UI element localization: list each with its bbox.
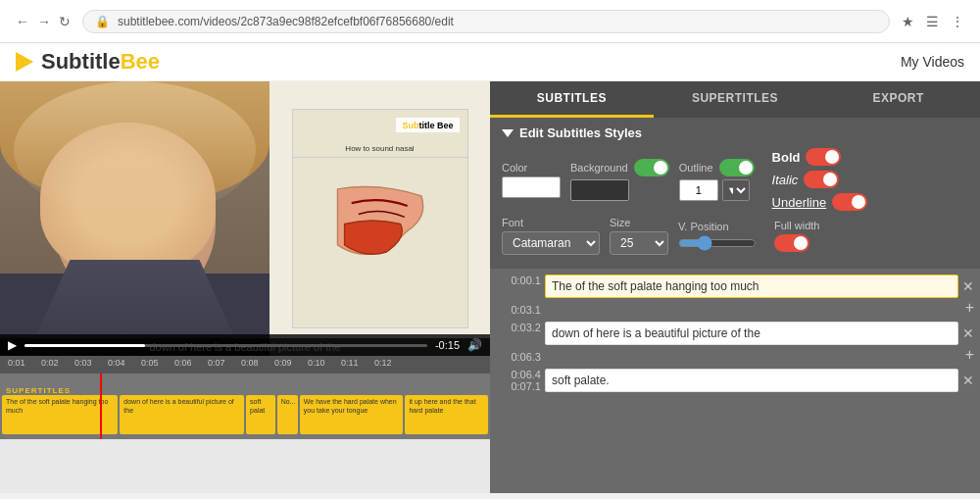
subtitle-row-1: 0:00.1 0:03.1 ✕ +: [496, 274, 974, 316]
video-diagram-panel: How to sound nasal Subtitle Bee: [270, 81, 490, 356]
subtitle-close-3[interactable]: ✕: [962, 374, 974, 387]
brand-name: SubtitleBee: [41, 49, 160, 75]
outline-value-input[interactable]: [679, 179, 718, 201]
subtitle-content-3: ✕: [545, 369, 974, 392]
subtitle-close-1[interactable]: ✕: [962, 279, 974, 293]
fullwidth-toggle[interactable]: [774, 234, 809, 252]
underline-toggle[interactable]: [832, 193, 867, 211]
refresh-button[interactable]: ↻: [59, 14, 71, 29]
brand-logo: SubtitleBee: [16, 49, 160, 75]
timeline-clip-2[interactable]: down of here is a beautiful picture of t…: [120, 395, 244, 434]
playhead: [100, 374, 102, 439]
subtitle-end-2: 0:06.3: [496, 351, 541, 363]
play-pause-button[interactable]: ▶: [8, 338, 17, 352]
clip-3-text: soft palat: [246, 395, 275, 434]
supertitles-track-label: SUPERTITLES: [6, 379, 71, 397]
lock-icon: 🔒: [95, 15, 110, 28]
background-label: Background: [570, 162, 628, 174]
style-row-1: Color Background Outline: [502, 148, 968, 211]
clip-4-text: No...: [277, 395, 298, 434]
section-title: Edit Subtitles Styles: [519, 125, 642, 140]
font-group: Font Catamaran: [502, 217, 600, 255]
outline-toggle[interactable]: [719, 159, 755, 176]
text-style-group: Bold Italic Underline: [772, 148, 868, 211]
timeline-clip-4[interactable]: No...: [277, 395, 298, 434]
outline-style-select[interactable]: ▼: [722, 179, 750, 201]
tick-10: 0:10: [308, 358, 325, 368]
tick-1: 0:01: [8, 358, 25, 368]
timeline-ruler: 0:01 0:02 0:03 0:04 0:05 0:06 0:07 0:08 …: [0, 356, 490, 374]
back-button[interactable]: ←: [16, 14, 29, 29]
address-bar[interactable]: 🔒 subtitlebee.com/videos/2c873a9ec98f82e…: [82, 10, 890, 33]
main-content: How to sound nasal Subtitle Bee: [0, 81, 980, 493]
progress-fill: [24, 344, 145, 347]
size-label: Size: [610, 217, 668, 228]
color-picker[interactable]: [502, 176, 561, 198]
color-group: Color: [502, 162, 561, 198]
timeline-clip-3[interactable]: soft palat: [246, 395, 275, 434]
timeline: 0:01 0:02 0:03 0:04 0:05 0:06 0:07 0:08 …: [0, 356, 490, 439]
timeline-clip-6[interactable]: it up here and the that hard palate: [405, 395, 488, 434]
bee-logo-overlay: Subtitle Bee: [396, 118, 459, 132]
right-panel: SUBTITLES SUPERTITLES EXPORT Edit Subtit…: [490, 81, 980, 493]
time-display: -0:15: [435, 339, 460, 351]
vpos-slider[interactable]: [678, 235, 757, 251]
tick-2: 0:02: [41, 358, 59, 368]
fullwidth-group: Full width: [774, 220, 819, 252]
menu-icon: ⋮: [951, 14, 964, 29]
bold-button[interactable]: Bold: [772, 150, 801, 165]
subtitle-start-2: 0:03.2: [496, 322, 541, 333]
extension-icon: ☰: [926, 14, 939, 29]
tab-subtitles[interactable]: SUBTITLES: [490, 81, 654, 118]
timeline-clip-5[interactable]: We have the hard palate when you take yo…: [300, 395, 404, 434]
timeline-clips[interactable]: The of the soft palate hanging too much …: [2, 395, 488, 434]
forward-button[interactable]: →: [37, 14, 51, 29]
subtitle-time-2: 0:03.2 0:06.3: [496, 322, 545, 363]
subtitle-row-3: 0:06.4 0:07.1 ✕: [496, 369, 974, 392]
subtitle-add-1[interactable]: +: [965, 300, 974, 316]
star-icon: ★: [902, 14, 914, 29]
subtitle-input-row-1: ✕: [545, 274, 974, 298]
tick-11: 0:11: [341, 358, 359, 368]
background-color-picker[interactable]: [570, 179, 629, 201]
outline-label: Outline: [679, 162, 713, 174]
underline-button[interactable]: Underline: [772, 195, 827, 210]
subtitle-add-2[interactable]: +: [965, 347, 974, 363]
fullwidth-label: Full width: [774, 220, 819, 231]
left-panel: How to sound nasal Subtitle Bee: [0, 81, 490, 493]
play-icon: [16, 52, 33, 72]
collapse-icon[interactable]: [502, 129, 514, 137]
vpos-label: V. Position: [678, 221, 757, 232]
font-select[interactable]: Catamaran: [502, 231, 600, 255]
subtitle-end-3: 0:07.1: [496, 380, 541, 392]
italic-toggle[interactable]: [804, 171, 839, 188]
subtitle-input-2[interactable]: [545, 322, 958, 345]
tab-supertitles[interactable]: SUPERTITLES: [654, 81, 817, 118]
my-videos-link[interactable]: My Videos: [901, 54, 964, 70]
subtitle-time-1: 0:00.1 0:03.1: [496, 274, 545, 316]
video-frame: How to sound nasal Subtitle Bee: [0, 81, 490, 356]
section-header: Edit Subtitles Styles: [502, 125, 968, 140]
italic-button[interactable]: Italic: [772, 173, 799, 187]
tab-export[interactable]: EXPORT: [816, 81, 980, 118]
clip-2-text: down of here is a beautiful picture of t…: [120, 395, 244, 434]
timeline-tracks: SUPERTITLES The of the soft palate hangi…: [0, 374, 490, 439]
background-toggle[interactable]: [634, 159, 669, 176]
subtitle-start-1: 0:00.1: [496, 274, 541, 286]
bold-toggle[interactable]: [806, 148, 841, 166]
tick-12: 0:12: [374, 358, 392, 368]
subtitle-input-1[interactable]: [545, 274, 958, 298]
tick-7: 0:07: [208, 358, 225, 368]
subtitle-time-3: 0:06.4 0:07.1: [496, 369, 545, 392]
subtitle-styles: Edit Subtitles Styles Color Background: [490, 118, 980, 269]
video-diagram: How to sound nasal Subtitle Bee: [292, 109, 468, 328]
volume-icon[interactable]: 🔊: [467, 338, 482, 352]
subtitle-input-3[interactable]: [545, 369, 958, 392]
tick-3: 0:03: [74, 358, 92, 368]
clip-6-text: it up here and the that hard palate: [405, 395, 488, 434]
video-person: [0, 81, 270, 356]
subtitle-close-2[interactable]: ✕: [962, 326, 974, 340]
size-select[interactable]: 25: [610, 231, 668, 255]
progress-bar[interactable]: [24, 344, 427, 347]
tick-8: 0:08: [241, 358, 259, 368]
